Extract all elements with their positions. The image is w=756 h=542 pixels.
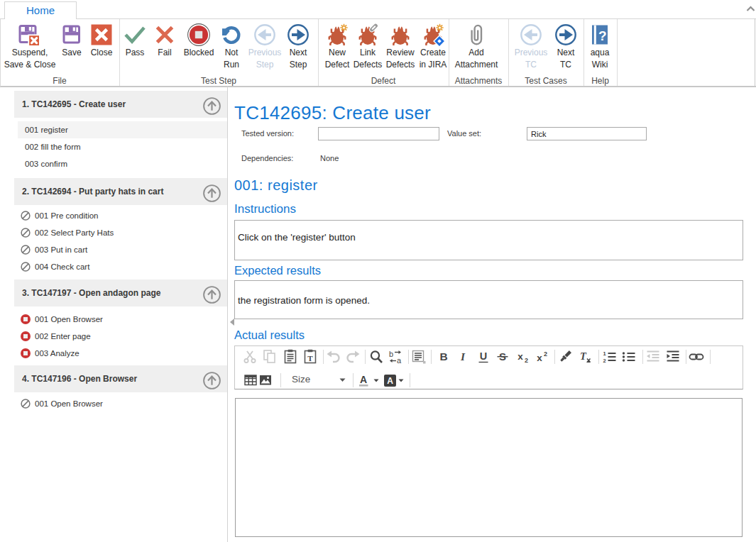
svg-text:b: b — [389, 350, 393, 358]
svg-text:A: A — [387, 376, 393, 386]
svg-text:U: U — [480, 350, 487, 362]
svg-text:x: x — [517, 351, 523, 362]
svg-text:1: 1 — [603, 350, 606, 357]
svg-text:?: ? — [598, 28, 607, 43]
svg-text:2: 2 — [603, 358, 606, 364]
svg-text:T: T — [580, 350, 587, 362]
svg-text:A: A — [360, 374, 367, 385]
svg-text:2: 2 — [525, 357, 528, 364]
svg-text:a: a — [397, 356, 402, 365]
svg-text:x: x — [537, 353, 542, 363]
svg-text:2: 2 — [544, 350, 547, 358]
svg-text:T: T — [307, 354, 313, 363]
svg-text:B: B — [439, 350, 447, 363]
svg-text:I: I — [460, 350, 466, 363]
